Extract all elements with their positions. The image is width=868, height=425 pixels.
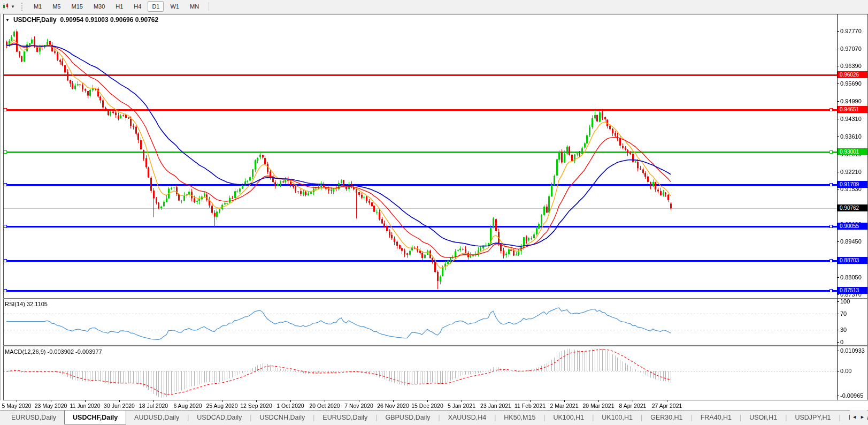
date-tick [427, 400, 428, 402]
chart-tab-usdchf-daily[interactable]: USDCHF,Daily [64, 411, 126, 424]
chart-tab-usoil-h1[interactable]: USOil,H1 [741, 411, 785, 424]
chart-ohlc-readout: 0.90954 0.91003 0.90696 0.90762 [60, 16, 159, 24]
date-tick-label: 11 Jun 2020 [70, 403, 100, 409]
chart-tab-eurusd-daily[interactable]: EURUSD,Daily [3, 411, 64, 424]
timeframe-button-m5[interactable]: M5 [48, 1, 65, 12]
timeframe-button-m1[interactable]: M1 [29, 1, 46, 12]
date-tick-label: 1 Oct 2020 [276, 403, 304, 409]
chart-tab-uk100-h1[interactable]: UK100,H1 [546, 411, 593, 424]
chart-window: ▼ USDCHF,Daily 0.90954 0.91003 0.90696 0… [0, 14, 868, 400]
date-tick [598, 400, 599, 402]
date-tick [462, 400, 462, 402]
chart-tab-usdcnh-daily[interactable]: USDCNH,Daily [251, 411, 313, 424]
date-tick-label: 5 May 2020 [2, 403, 32, 409]
tab-scroll-arrows: ◄ ► [850, 410, 867, 424]
date-tick-label: 20 Oct 2020 [309, 403, 340, 409]
date-tick-label: 12 Sep 2020 [240, 403, 272, 409]
date-tick-label: 23 May 2020 [35, 403, 67, 409]
date-tick-label: 25 Aug 2020 [206, 403, 238, 409]
date-tick [359, 400, 359, 402]
date-tick [51, 400, 51, 402]
timeframe-button-d1[interactable]: D1 [148, 1, 164, 12]
top-toolbar: ▼ M1M5M15M30H1H4D1W1MN [0, 0, 868, 13]
chart-tab-xauusd-h4[interactable]: XAUUSD,H4 [440, 411, 495, 424]
chart-tab-bar: EURUSD,DailyUSDCHF,DailyAUDUSD,Daily|USD… [0, 410, 868, 424]
chart-tab-usdcad-daily[interactable]: USDCAD,Daily [189, 411, 250, 424]
chart-tab-fra40-h1[interactable]: FRA40,H1 [693, 411, 740, 424]
collapse-triangle-icon[interactable]: ▼ [5, 18, 10, 22]
price-chart-canvas[interactable] [0, 14, 868, 400]
chart-tab-audusd-daily[interactable]: AUDUSD,Daily [126, 411, 187, 424]
date-tick [633, 400, 633, 402]
date-tick [153, 400, 154, 402]
timeframe-buttons: M1M5M15M30H1H4D1W1MN [29, 1, 203, 12]
date-tick-label: 27 Apr 2021 [652, 403, 682, 409]
date-tick [85, 400, 86, 402]
toolbar-separator [209, 2, 209, 11]
date-tick [119, 400, 120, 402]
chart-tab-eurusd-daily[interactable]: EURUSD,Daily [314, 411, 375, 424]
date-tick-label: 18 Jul 2020 [139, 403, 168, 409]
timeframe-button-mn[interactable]: MN [186, 1, 203, 12]
date-tick [564, 400, 565, 402]
date-tick-label: 8 Apr 2021 [619, 403, 647, 409]
date-tick-label: 23 Jan 2021 [480, 403, 511, 409]
date-tick [188, 400, 188, 402]
timeframe-button-h4[interactable]: H4 [129, 1, 145, 12]
candlestick-icon [2, 3, 10, 10]
date-tick-label: 15 Dec 2020 [411, 403, 443, 409]
date-tick-label: 7 Nov 2020 [344, 403, 373, 409]
date-tick-label: 6 Aug 2020 [173, 403, 202, 409]
chart-tab-uk100-h1[interactable]: UK100,H1 [594, 411, 641, 424]
chart-tab-usdjpy-h1[interactable]: USDJPY,H1 [787, 411, 839, 424]
rsi-label: RSI(14) 32.1105 [5, 301, 48, 307]
date-tick-label: 5 Jan 2021 [448, 403, 475, 409]
tab-scroll-right-icon[interactable]: ► [860, 414, 865, 420]
date-tick [290, 400, 291, 402]
date-tick-label: 11 Feb 2021 [514, 403, 546, 409]
date-tick-label: 2 Mar 2021 [550, 403, 578, 409]
date-tick [17, 400, 17, 402]
chevron-down-icon: ▼ [11, 4, 15, 9]
macd-label: MACD(12,26,9) -0.003902 -0.003977 [5, 348, 102, 355]
chart-tab-hk50-m15[interactable]: HK50,M15 [496, 411, 543, 424]
chart-tab-ger30-h1[interactable]: GER30,H1 [642, 411, 690, 424]
timeframe-button-m15[interactable]: M15 [67, 1, 87, 12]
timeframe-button-m30[interactable]: M30 [89, 1, 109, 12]
date-tick-label: 26 Nov 2020 [377, 403, 409, 409]
date-tick-label: 30 Jun 2020 [104, 403, 135, 409]
chart-symbol: USDCHF,Daily [13, 16, 57, 24]
toolbar-grip-handle[interactable] [21, 3, 24, 11]
chart-tab-gbpusd-daily[interactable]: GBPUSD,Daily [377, 411, 438, 424]
date-tick [530, 400, 531, 402]
date-tick [222, 400, 222, 402]
timeframe-button-h1[interactable]: H1 [111, 1, 127, 12]
date-tick [325, 400, 325, 402]
chart-title: ▼ USDCHF,Daily 0.90954 0.91003 0.90696 0… [5, 16, 158, 24]
timeframe-button-w1[interactable]: W1 [166, 1, 183, 12]
date-tick-label: 20 Mar 2021 [583, 403, 614, 409]
date-axis: 5 May 202023 May 202011 Jun 202030 Jun 2… [0, 400, 868, 410]
chart-type-tool[interactable]: ▼ [1, 1, 17, 12]
date-tick [256, 400, 257, 402]
date-tick [496, 400, 496, 402]
date-tick [667, 400, 667, 402]
date-tick [393, 400, 394, 402]
tab-scroll-left-icon[interactable]: ◄ [852, 414, 857, 420]
